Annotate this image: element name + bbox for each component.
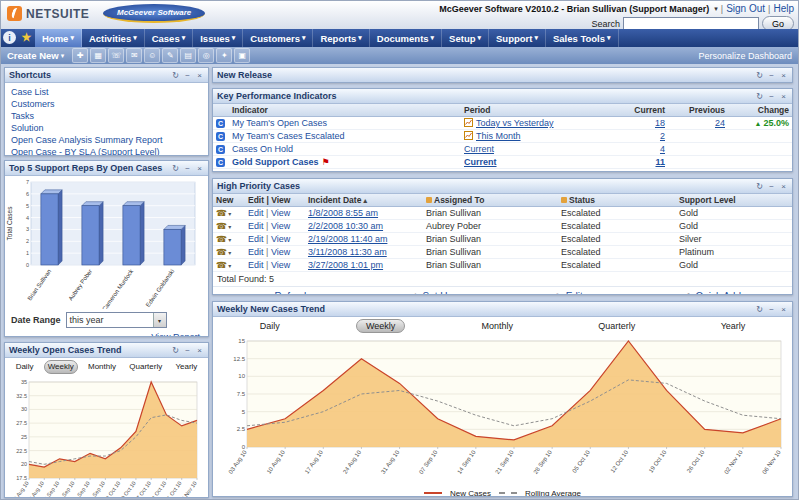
kpi-icon[interactable]: C [216, 145, 225, 154]
shortcut-link[interactable]: Solution [11, 122, 202, 134]
case-icon[interactable]: ☎ [216, 234, 227, 244]
new-email-icon[interactable]: ✉ [126, 48, 142, 63]
date-range-select[interactable]: this year ▾ [66, 312, 167, 328]
tab-daily[interactable]: Daily [13, 361, 37, 373]
refresh-icon[interactable]: ↻ [171, 164, 180, 173]
case-view-link[interactable]: View [271, 208, 290, 218]
close-icon[interactable]: × [779, 182, 788, 191]
shortcut-link[interactable]: Customers [11, 98, 202, 110]
create-new-label[interactable]: Create New [7, 50, 59, 61]
kpi-icon[interactable]: C [216, 171, 225, 172]
kpi-period-link[interactable]: Current [464, 170, 497, 172]
shortcut-link[interactable]: Open Case - BY SLA (Support Level) [11, 146, 202, 156]
chevron-down-icon[interactable]: ▾ [228, 211, 231, 217]
shortcut-link[interactable]: Case List [11, 86, 202, 98]
minimize-icon[interactable]: − [767, 92, 776, 101]
new-search-icon[interactable]: ◎ [198, 48, 214, 63]
kpi-indicator-link[interactable]: My Team's Cases Escalated [232, 131, 345, 141]
refresh-icon[interactable]: ↻ [755, 71, 764, 80]
chevron-down-icon[interactable]: ▾ [228, 224, 231, 230]
case-view-link[interactable]: View [271, 247, 290, 257]
new-task-icon[interactable]: ✚ [72, 48, 88, 63]
tab-quarterly[interactable]: Quarterly [126, 361, 165, 373]
kpi-icon[interactable]: C [216, 132, 225, 141]
tab-monthly[interactable]: Monthly [473, 320, 523, 332]
star-icon[interactable]: ★ [20, 31, 33, 44]
tab-weekly[interactable]: Weekly [44, 360, 78, 374]
refresh-icon[interactable]: ↻ [171, 346, 180, 355]
cases-col-new[interactable]: New [213, 194, 245, 207]
case-icon[interactable]: ☎ [216, 247, 227, 257]
nav-tab-home[interactable]: Home▾ [35, 29, 82, 47]
new-event-icon[interactable]: ▦ [90, 48, 106, 63]
refresh-icon[interactable]: ↻ [755, 182, 764, 191]
minimize-icon[interactable]: − [183, 71, 192, 80]
refresh-icon[interactable]: ↻ [755, 305, 764, 314]
tab-weekly[interactable]: Weekly [356, 319, 405, 333]
kpi-icon[interactable]: C [216, 158, 225, 167]
case-edit-link[interactable]: Edit [248, 221, 264, 231]
close-icon[interactable]: × [195, 346, 204, 355]
cases-col-support-level[interactable]: Support Level [676, 194, 792, 207]
minimize-icon[interactable]: − [767, 71, 776, 80]
case-edit-link[interactable]: Edit [248, 260, 264, 270]
refresh-icon[interactable]: ↻ [171, 71, 180, 80]
nav-tab-customers[interactable]: Customers▾ [243, 29, 313, 47]
minimize-icon[interactable]: − [767, 182, 776, 191]
setup-button[interactable]: ⚙Set Up [411, 291, 453, 295]
kpi-period-link[interactable]: Today vs Yesterday [476, 118, 554, 128]
refresh-icon[interactable]: ↻ [755, 92, 764, 101]
refresh-button[interactable]: ↻Refresh [264, 291, 310, 295]
tab-monthly[interactable]: Monthly [85, 361, 119, 373]
kpi-period-link[interactable]: Current [464, 157, 497, 167]
nav-tab-setup[interactable]: Setup▾ [442, 29, 489, 47]
kpi-indicator-link[interactable]: Cases On Hold [232, 144, 293, 154]
view-report-link[interactable]: View Report [5, 331, 208, 337]
case-icon[interactable]: ☎ [216, 221, 227, 231]
nav-tab-reports[interactable]: Reports▾ [313, 29, 369, 47]
help-link[interactable]: Help [773, 3, 794, 14]
case-edit-link[interactable]: Edit [248, 234, 264, 244]
info-icon[interactable]: i [3, 31, 16, 44]
shortcut-link[interactable]: Tasks [11, 110, 202, 122]
cases-col-edit-view[interactable]: Edit | View [245, 194, 305, 207]
cases-col-status[interactable]: Status [558, 194, 676, 207]
minimize-icon[interactable]: − [767, 305, 776, 314]
minimize-icon[interactable]: − [183, 164, 192, 173]
kpi-indicator-link[interactable]: Gold Support Cases [232, 157, 319, 167]
chevron-down-icon[interactable]: ▾ [228, 250, 231, 256]
tab-yearly[interactable]: Yearly [712, 320, 755, 332]
case-edit-link[interactable]: Edit [248, 247, 264, 257]
close-icon[interactable]: × [779, 71, 788, 80]
tab-daily[interactable]: Daily [251, 320, 289, 332]
close-icon[interactable]: × [195, 164, 204, 173]
shortcut-link[interactable]: Open Case Analysis Summary Report [11, 134, 202, 146]
case-view-link[interactable]: View [271, 260, 290, 270]
minimize-icon[interactable]: − [183, 346, 192, 355]
cases-col-assigned-to[interactable]: Assigned To [423, 194, 558, 207]
kpi-current-link[interactable]: 2 [660, 131, 665, 141]
kpi-current-link[interactable]: 11 [655, 157, 665, 167]
sparkline-icon[interactable] [464, 118, 473, 127]
case-date-link[interactable]: 2/2/2008 10:30 am [308, 221, 383, 231]
new-opportunity-icon[interactable]: ✦ [216, 48, 232, 63]
kpi-previous-link[interactable]: 24 [715, 118, 725, 128]
close-icon[interactable]: × [779, 92, 788, 101]
nav-tab-cases[interactable]: Cases▾ [145, 29, 194, 47]
close-icon[interactable]: × [779, 305, 788, 314]
kpi-current-link[interactable]: 4 [660, 144, 665, 154]
edit-button[interactable]: ✎Edit [555, 291, 583, 295]
case-icon[interactable]: ☎ [216, 260, 227, 270]
case-view-link[interactable]: View [271, 234, 290, 244]
new-document-icon[interactable]: ▤ [180, 48, 196, 63]
kpi-icon[interactable]: C [216, 119, 225, 128]
new-case-icon[interactable]: ✎ [162, 48, 178, 63]
tab-quarterly[interactable]: Quarterly [589, 320, 644, 332]
quick-add-button[interactable]: ✚Quick Add [685, 291, 741, 295]
tab-yearly[interactable]: Yearly [172, 361, 200, 373]
case-date-link[interactable]: 2/19/2008 11:40 am [308, 234, 387, 244]
chevron-down-icon[interactable]: ▾ [714, 5, 718, 13]
kpi-period-link[interactable]: Current [464, 144, 494, 154]
case-date-link[interactable]: 3/11/2008 11:30 am [308, 247, 387, 257]
nav-tab-issues[interactable]: Issues▾ [193, 29, 243, 47]
